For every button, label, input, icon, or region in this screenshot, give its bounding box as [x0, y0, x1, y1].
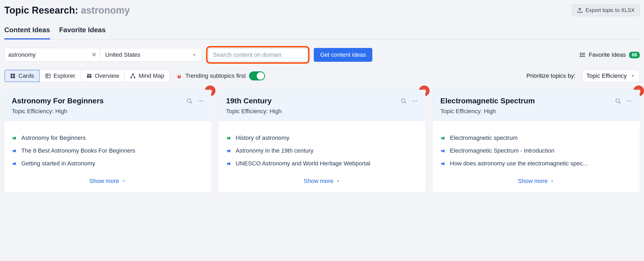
efficiency-value: High	[270, 108, 282, 115]
show-more-link[interactable]: Show more	[89, 167, 126, 185]
search-icon[interactable]	[615, 98, 621, 104]
card-header: Electromagnetic SpectrumTopic Efficiency…	[433, 90, 640, 121]
trending-toggle[interactable]	[249, 71, 265, 80]
card-efficiency: Topic Efficiency: High	[440, 108, 632, 115]
get-content-ideas-button[interactable]: Get content ideas	[314, 48, 372, 62]
view-cards-label: Cards	[18, 72, 34, 79]
topic-item[interactable]: History of astronomy	[226, 134, 418, 141]
svg-rect-9	[11, 76, 13, 78]
megaphone-icon	[226, 148, 232, 154]
topic-card: Electromagnetic SpectrumTopic Efficiency…	[433, 90, 640, 193]
topic-item[interactable]: Astronomy in the 19th century	[226, 147, 418, 154]
chevron-down-icon	[630, 74, 635, 78]
svg-point-35	[629, 100, 630, 101]
show-more-link[interactable]: Show more	[518, 167, 555, 185]
efficiency-value: High	[484, 108, 496, 115]
topic-item-text: UNESCO Astronomy and World Heritage Webp…	[236, 160, 370, 167]
card-efficiency: Topic Efficiency: High	[226, 108, 418, 115]
favorite-ideas-count: 68	[629, 52, 640, 58]
show-more-link[interactable]: Show more	[304, 167, 340, 185]
topic-item[interactable]: How does astronomy use the electromagnet…	[440, 160, 632, 167]
prioritize-select[interactable]: Topic Efficiency	[582, 70, 640, 82]
svg-rect-14	[87, 74, 91, 75]
page-title: Topic Research: astronomy	[4, 5, 130, 16]
table-icon	[45, 73, 51, 79]
view-mindmap-label: Mind Map	[138, 72, 164, 79]
export-label: Export topic to XLSX	[585, 7, 635, 13]
topic-item-text: Astronomy in the 19th century	[236, 147, 313, 154]
megaphone-icon	[12, 148, 18, 154]
topic-item[interactable]: Electromagnetic Spectrum - Introduction	[440, 147, 632, 154]
view-overview[interactable]: Overview	[81, 70, 125, 82]
card-header: Astronomy For BeginnersTopic Efficiency:…	[4, 90, 211, 121]
topic-list: History of astronomyAstronomy in the 19t…	[226, 134, 418, 167]
keyword-input[interactable]: astronomy ✕	[5, 48, 100, 62]
mindmap-icon	[130, 73, 136, 79]
efficiency-label: Topic Efficiency:	[440, 108, 482, 115]
domain-search-input[interactable]	[209, 48, 307, 61]
title-subject: astronomy	[81, 5, 130, 16]
svg-rect-10	[13, 76, 15, 78]
svg-point-5	[580, 55, 581, 55]
svg-rect-16	[89, 75, 91, 78]
tab-content-ideas[interactable]: Content Ideas	[4, 26, 50, 39]
svg-point-36	[630, 100, 631, 101]
topic-item[interactable]: The 8 Best Astronomy Books For Beginners	[12, 147, 204, 154]
show-more-label: Show more	[518, 178, 548, 185]
topic-item[interactable]: Electromagnetic spectrum	[440, 134, 632, 141]
svg-point-34	[627, 100, 628, 101]
view-cards[interactable]: Cards	[5, 70, 40, 82]
card-body: History of astronomyAstronomy in the 19t…	[219, 121, 426, 193]
card-actions	[400, 98, 418, 104]
favorite-ideas-link[interactable]: Favorite Ideas 68	[579, 51, 640, 58]
tab-favorite-ideas[interactable]: Favorite Ideas	[59, 26, 106, 39]
trending-label: Trending subtopics first	[185, 72, 246, 79]
svg-line-21	[133, 75, 134, 77]
list-icon	[579, 52, 586, 58]
megaphone-icon	[12, 161, 18, 166]
svg-point-25	[200, 100, 201, 101]
card-body: Astronomy for BeginnersThe 8 Best Astron…	[4, 121, 211, 193]
megaphone-icon	[12, 135, 18, 141]
view-mindmap[interactable]: Mind Map	[125, 70, 170, 82]
search-icon[interactable]	[400, 98, 407, 104]
tab-bar: Content Ideas Favorite Ideas	[4, 26, 640, 40]
card-title: Electromagnetic Spectrum	[440, 97, 535, 105]
megaphone-icon	[440, 161, 446, 166]
search-icon[interactable]	[186, 98, 193, 104]
megaphone-icon	[440, 148, 446, 154]
more-icon[interactable]	[197, 98, 204, 104]
keyword-country-group: astronomy ✕ United States	[4, 48, 202, 62]
svg-point-29	[412, 100, 413, 101]
svg-point-31	[416, 100, 417, 101]
topic-item[interactable]: Getting started in Astronomy	[12, 160, 204, 167]
card-actions	[186, 98, 204, 104]
topic-item[interactable]: Astronomy for Beginners	[12, 134, 204, 141]
export-button[interactable]: Export topic to XLSX	[572, 4, 640, 16]
cards-icon	[10, 73, 16, 79]
show-more-label: Show more	[89, 178, 119, 185]
topic-item-text: The 8 Best Astronomy Books For Beginners	[21, 147, 135, 154]
upload-icon	[577, 7, 583, 13]
chevron-down-icon	[550, 179, 555, 183]
topic-item-text: How does astronomy use the electromagnet…	[450, 160, 588, 167]
topic-item-text: Astronomy for Beginners	[21, 134, 86, 141]
topic-item[interactable]: UNESCO Astronomy and World Heritage Webp…	[226, 160, 418, 167]
more-icon[interactable]	[626, 98, 632, 104]
megaphone-icon	[226, 135, 232, 141]
view-explorer[interactable]: Explorer	[40, 70, 81, 82]
megaphone-icon	[226, 161, 232, 166]
topic-card: 19th CenturyTopic Efficiency: HighHistor…	[219, 90, 426, 193]
more-icon[interactable]	[411, 98, 418, 104]
card-actions	[615, 98, 632, 104]
clear-keyword-icon[interactable]: ✕	[92, 51, 96, 58]
cards-container: Astronomy For BeginnersTopic Efficiency:…	[4, 90, 640, 197]
topic-item-text: Electromagnetic Spectrum - Introduction	[450, 147, 555, 154]
svg-point-17	[132, 74, 133, 75]
country-select[interactable]: United States	[100, 48, 202, 62]
svg-point-4	[580, 53, 581, 54]
chevron-down-icon	[192, 52, 197, 57]
svg-rect-11	[46, 74, 50, 78]
prioritize-label: Prioritize topics by:	[526, 72, 576, 79]
svg-rect-7	[11, 74, 13, 76]
